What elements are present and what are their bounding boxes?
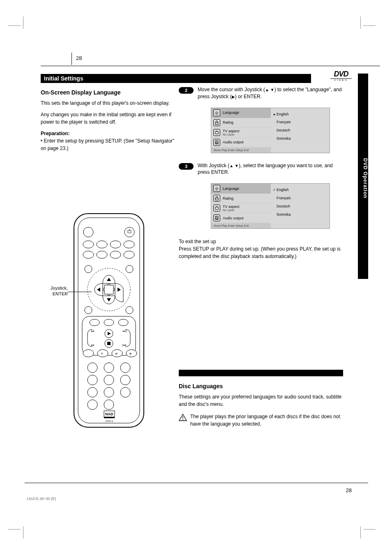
crop-mark xyxy=(360,526,361,539)
caution-text: The player plays the prior language of e… xyxy=(190,413,343,428)
pointer-icon: ▸ xyxy=(272,111,277,119)
exit-note: To exit the set up Press SETUP or PLAY d… xyxy=(179,238,343,260)
svg-point-45 xyxy=(88,375,97,385)
dvd-video-logo: DVD VIDEO xyxy=(330,70,352,81)
step-2: 2 Move the cursor with Joystick (▲ ▼) to… xyxy=(179,86,343,100)
tv-icon xyxy=(213,205,220,212)
osd-lang-heading: On-Screen Display Language xyxy=(41,88,176,97)
svg-point-52 xyxy=(104,400,114,410)
osd-menu-1: ◎ Language Rating TV aspect No Label xyxy=(211,108,330,153)
svg-point-43 xyxy=(104,363,114,373)
svg-point-49 xyxy=(104,387,114,397)
svg-text:◂I: ◂I xyxy=(115,352,118,355)
page-number-bottom: 28 xyxy=(346,487,352,493)
svg-text:I▸: I▸ xyxy=(129,352,132,355)
svg-point-25 xyxy=(104,319,114,326)
svg-text:|◂◂: |◂◂ xyxy=(122,343,126,347)
svg-point-60 xyxy=(216,142,218,143)
disc-languages-heading: Disc Languages xyxy=(179,382,343,391)
section-title-bar: Initial Settings xyxy=(41,74,311,83)
dvd-logo-top: DVD xyxy=(330,70,352,79)
svg-point-14 xyxy=(85,265,92,273)
svg-point-9 xyxy=(124,241,134,248)
crop-mark xyxy=(8,529,21,530)
step-3: 3 With Joystick (▲ ▼), select the langua… xyxy=(179,162,343,176)
menu2-options: ✓English Français Deutsch Svenska xyxy=(271,184,328,228)
svg-text:▸▸|: ▸▸| xyxy=(123,329,127,333)
page-number-top-value: 28 xyxy=(76,55,82,61)
svg-point-47 xyxy=(120,375,130,385)
svg-point-2 xyxy=(83,227,93,237)
crop-mark xyxy=(8,25,21,26)
remote-svg: ◂◂ ▸▸| ◂◂ |◂◂ II ◂I I▸ NAD DVD-2 xyxy=(70,210,148,431)
svg-rect-63 xyxy=(215,207,219,210)
up-down-arrows-icon: ▲ ▼ xyxy=(265,88,274,92)
menu2-row-audio: Audio output xyxy=(211,213,271,223)
svg-rect-30 xyxy=(107,342,111,345)
svg-point-36 xyxy=(97,350,108,357)
svg-point-61 xyxy=(217,141,217,141)
disc-languages-section: Disc Languages These settings are your p… xyxy=(179,382,343,428)
side-tab: DVD Operation xyxy=(358,74,368,279)
menu2-row-rating: Rating xyxy=(211,193,271,203)
svg-point-44 xyxy=(120,363,130,373)
svg-point-48 xyxy=(88,387,97,397)
osd-menu-2: ◎ Language Rating TV aspect No Label xyxy=(211,183,330,229)
remote-diagram: Joystick, ENTER xyxy=(70,210,156,433)
menu2-nav-hint: Move Play Enter Setup Exit xyxy=(211,223,271,228)
crop-mark xyxy=(23,16,23,29)
caution-icon xyxy=(179,414,187,428)
preparation-body: • Enter the setup by pressing SETUP. (Se… xyxy=(41,138,174,151)
menu1-row-language: ◎ Language xyxy=(211,108,271,118)
disc-icon: ◎ xyxy=(213,185,220,192)
svg-point-46 xyxy=(104,375,114,385)
svg-point-42 xyxy=(88,363,97,373)
dvd-logo-bottom: VIDEO xyxy=(330,79,352,81)
disc-icon: ◎ xyxy=(213,109,220,116)
osd-lang-note: Any changes you make in the initial sett… xyxy=(41,111,176,126)
svg-point-8 xyxy=(110,241,121,248)
svg-point-69 xyxy=(182,419,183,420)
crop-mark xyxy=(363,25,376,26)
menu1-nav-hint: Move Play Enter Setup Exit xyxy=(211,147,271,153)
menu1-row-rating: Rating xyxy=(211,118,271,128)
step-2-badge: 2 xyxy=(179,87,194,94)
crop-mark xyxy=(360,16,361,29)
lock-icon xyxy=(213,195,220,202)
svg-text:◂◂: ◂◂ xyxy=(91,343,94,346)
svg-text:II: II xyxy=(101,352,103,355)
page-number-header: 28 xyxy=(71,53,82,65)
speaker-icon xyxy=(213,139,220,146)
svg-point-11 xyxy=(97,251,107,258)
svg-point-50 xyxy=(120,387,130,397)
osd-lang-desc: This sets the language of of this player… xyxy=(41,99,176,107)
svg-point-15 xyxy=(126,265,133,273)
tv-icon xyxy=(213,129,220,136)
svg-point-26 xyxy=(118,319,128,326)
crop-mark xyxy=(23,526,23,539)
crop-mark xyxy=(363,529,376,530)
svg-point-6 xyxy=(83,241,94,248)
svg-text:DVD-2: DVD-2 xyxy=(106,420,113,422)
preparation-label: Preparation: xyxy=(41,131,70,136)
disc-languages-desc: These settings are your preferred langua… xyxy=(179,393,343,408)
svg-rect-58 xyxy=(215,131,219,134)
exit-body: Press SETUP or PLAY during set up. (When… xyxy=(179,246,341,259)
svg-point-13 xyxy=(124,251,134,258)
remote-callout-label: Joystick, ENTER xyxy=(39,285,68,297)
step-3-text: With Joystick (▲ ▼), select the language… xyxy=(198,162,343,176)
svg-rect-57 xyxy=(215,122,218,124)
menu2-row-language: ◎ Language xyxy=(211,184,271,193)
up-down-arrows-icon: ▲ ▼ xyxy=(229,164,239,168)
svg-rect-55 xyxy=(104,417,115,418)
svg-point-66 xyxy=(217,217,217,217)
remote-callout-line xyxy=(68,292,92,292)
svg-point-65 xyxy=(216,218,218,219)
header-rule xyxy=(41,66,380,66)
check-icon: ✓ xyxy=(272,186,277,194)
footer-rule xyxy=(25,483,368,483)
speaker-icon xyxy=(213,214,220,221)
lock-icon xyxy=(213,119,220,126)
svg-rect-62 xyxy=(215,198,218,200)
svg-point-12 xyxy=(110,251,121,258)
